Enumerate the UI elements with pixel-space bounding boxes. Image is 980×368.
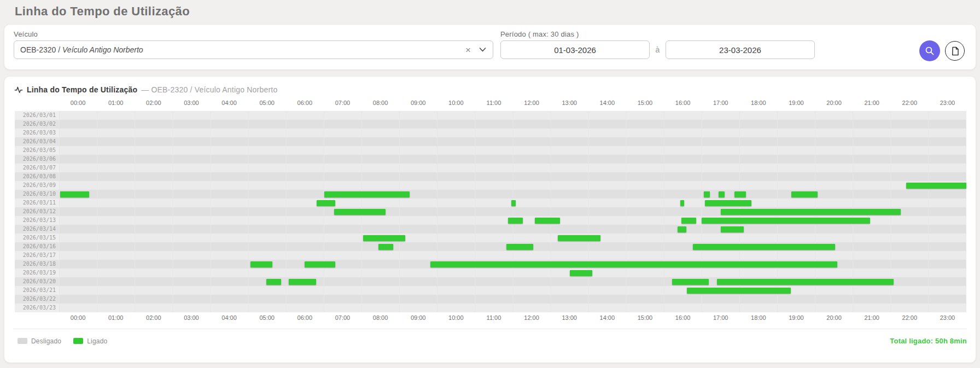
row-track [59,155,966,163]
hour-tick-label: 07:00 [324,100,361,107]
row-left-pad [4,155,15,163]
hour-tick-label: 20:00 [815,100,853,107]
row-date-label: 2026/03/23 [15,303,59,312]
hour-tick-label: 12:00 [513,100,551,107]
hour-tick-label: 07:00 [324,314,361,322]
hour-tick-label: 16:00 [664,100,702,107]
date-from-input[interactable]: 01-03-2026 [500,40,650,59]
hour-tick-label: 01:00 [97,314,135,322]
hour-tick-label: 05:00 [248,100,286,107]
timeline-row: 2026/03/18 [4,260,976,268]
row-left-pad [4,181,15,190]
hour-tick-label: 18:00 [739,100,777,107]
row-left-pad [4,137,15,146]
row-date-label: 2026/03/14 [15,225,59,233]
row-left-pad [4,233,15,242]
timeline-row: 2026/03/12 [4,207,976,216]
hour-tick-label: 22:00 [891,314,929,322]
on-interval-bar [717,279,894,285]
hour-tick-label: 21:00 [853,314,891,322]
hour-tick-label: 08:00 [361,100,399,107]
total-on-label: Total ligado: 50h 8min [890,337,967,345]
export-report-button[interactable] [945,41,965,61]
hour-tick-label: 14:00 [588,314,626,322]
on-interval-bar [693,244,835,250]
hour-tick-label: 03:00 [172,100,210,107]
timeline-row: 2026/03/20 [4,277,976,286]
search-button[interactable] [919,40,940,61]
row-date-label: 2026/03/15 [15,233,59,242]
row-track [59,268,966,277]
row-date-label: 2026/03/08 [15,172,59,181]
row-track [59,120,966,128]
row-date-label: 2026/03/16 [15,242,59,251]
on-interval-bar [60,191,89,197]
file-document-icon [950,46,960,56]
row-track [59,146,966,155]
chevron-down-icon[interactable] [479,48,486,52]
hour-tick-label: 20:00 [815,314,853,322]
on-interval-bar [570,270,592,276]
legend-label: Ligado [87,337,107,345]
row-track [59,251,966,260]
row-left-pad [4,216,15,225]
hour-tick-label: 06:00 [286,100,324,107]
hour-axis-bottom: 00:0001:0002:0003:0004:0005:0006:0007:00… [59,314,966,322]
timeline-row: 2026/03/08 [4,172,976,181]
chart-subtitle: — OEB-2320 / Veículo Antigo Norberto [141,85,277,94]
hour-tick-label: 18:00 [739,314,777,322]
vehicle-select[interactable]: OEB-2320 / Veículo Antigo Norberto × [14,40,493,59]
hour-tick-label: 16:00 [664,314,702,322]
row-date-label: 2026/03/03 [15,128,59,137]
row-track [59,128,966,137]
hour-tick-label: 17:00 [702,314,739,322]
row-left-pad [4,128,15,137]
hour-tick-label: 13:00 [551,314,588,322]
row-left-pad [4,172,15,181]
hour-tick-label: 04:00 [211,100,248,107]
search-icon [925,46,935,56]
on-interval-bar [378,244,393,250]
row-left-pad [4,146,15,155]
row-date-label: 2026/03/21 [15,286,59,295]
row-date-label: 2026/03/09 [15,181,59,190]
on-interval-bar [511,200,516,206]
on-interval-bar [324,191,410,197]
timeline-row: 2026/03/03 [4,128,976,137]
timeline-row: 2026/03/09 [4,181,976,190]
hour-tick-label: 02:00 [135,314,172,322]
on-interval-bar [334,209,385,215]
hour-tick-label: 17:00 [702,100,739,107]
row-left-pad [4,163,15,172]
row-date-label: 2026/03/12 [15,207,59,216]
row-left-pad [4,295,15,303]
row-left-pad [4,225,15,233]
row-left-pad [4,286,15,295]
on-interval-bar [535,218,560,224]
timeline-row: 2026/03/16 [4,242,976,251]
row-track [59,111,966,120]
timeline-row: 2026/03/14 [4,225,976,233]
row-left-pad [4,251,15,260]
vehicle-select-value: OEB-2320 / Veículo Antigo Norberto [20,45,465,54]
row-left-pad [4,198,15,207]
date-to-input[interactable]: 23-03-2026 [666,40,815,59]
filter-card: Veículo OEB-2320 / Veículo Antigo Norber… [4,25,976,69]
hour-tick-label: 09:00 [399,100,437,107]
on-interval-bar [305,261,335,267]
row-left-pad [4,120,15,128]
clear-selection-icon[interactable]: × [465,45,471,55]
timeline-chart-card: Linha do Tempo de Utilização — OEB-2320 … [4,77,976,363]
row-left-pad [4,260,15,268]
hour-tick-label: 10:00 [437,314,475,322]
row-track [59,260,966,268]
timeline-row: 2026/03/17 [4,251,976,260]
hour-tick-label: 06:00 [286,314,324,322]
hour-tick-label: 19:00 [777,100,815,107]
on-interval-bar [508,218,523,224]
row-date-label: 2026/03/06 [15,155,59,163]
hour-tick-label: 14:00 [588,100,626,107]
timeline-row: 2026/03/19 [4,268,976,277]
row-left-pad [4,242,15,251]
on-interval-bar [506,244,533,250]
